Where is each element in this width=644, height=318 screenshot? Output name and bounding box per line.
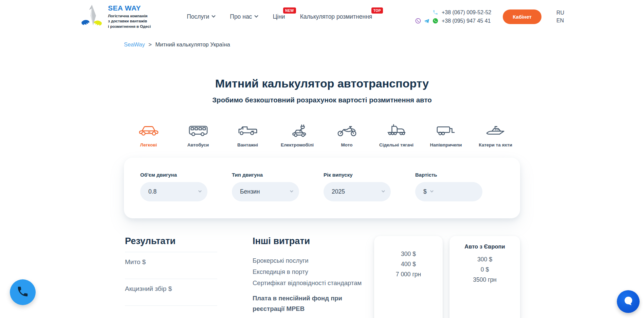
breadcrumb: SeaWay > Митний калькулятор Україна (124, 41, 644, 48)
price-value: 300 $ (449, 254, 520, 264)
chat-bubble-icon (622, 295, 634, 309)
brand-tagline: Логістична компанія з доставки вантажів … (108, 14, 151, 29)
year-label: Рік випуску (324, 172, 391, 178)
header: SEA WAY Логістична компанія з доставки в… (0, 0, 644, 31)
tab-semi-trailers[interactable]: Напівпричепи (421, 124, 471, 147)
result-row-duty: Мито $ (125, 252, 217, 279)
other-costs-price-card: 300 $ 400 $ 7 000 грн (374, 236, 443, 318)
language-switcher: RU EN (556, 10, 564, 24)
top-badge: TOP (371, 7, 383, 14)
bus-icon (188, 124, 209, 137)
pension-fund-item: Плата в пенсійний фонд при реєстрації МР… (253, 293, 370, 314)
truck-icon (237, 124, 258, 137)
price-value: 300 $ (374, 249, 443, 259)
phone-icon (433, 9, 438, 15)
cabinet-button[interactable]: Кабінет (503, 9, 541, 24)
europe-card-title: Авто з Європи (449, 243, 520, 250)
tab-cars[interactable]: Легкові (124, 124, 173, 147)
phone-number-2[interactable]: +38 (095) 947 45 41 (442, 18, 491, 24)
electric-car-icon (287, 124, 308, 137)
tab-trucks[interactable]: Вантажні (223, 124, 273, 147)
new-badge: NEW (283, 7, 296, 14)
nav-item-services[interactable]: Послуги (187, 13, 215, 20)
chevron-down-icon (430, 189, 434, 193)
engine-volume-label: Об'єм двигуна (140, 172, 207, 178)
phone-number-1[interactable]: +38 (067) 009-52-52 (442, 9, 491, 16)
other-cost-item: Брокерські послуги (253, 255, 370, 266)
europe-car-price-card: Авто з Європи 300 $ 0 $ 3500 грн (449, 236, 520, 318)
phone-icon (16, 285, 29, 299)
contacts: +38 (067) 009-52-52 (408, 9, 491, 24)
results-section: Результати Мито $ Акцизний збір $ (125, 236, 217, 306)
chevron-down-icon (212, 14, 216, 18)
breadcrumb-home-link[interactable]: SeaWay (124, 41, 145, 47)
engine-type-label: Тип двигуна (232, 172, 299, 178)
engine-type-select[interactable]: Бензин (232, 182, 299, 201)
nav-item-customs-calculator[interactable]: Калькулятор розмитнення TOP (300, 13, 372, 20)
logo[interactable]: SEA WAY Логістична компанія з доставки в… (79, 3, 151, 30)
other-cost-item: Експедиція в порту (253, 266, 370, 277)
motorcycle-icon (336, 124, 357, 137)
bottom-section: Результати Мито $ Акцизний збір $ Інші в… (0, 236, 644, 318)
price-value: 0 $ (449, 264, 520, 275)
cost-field: Вартість $ (415, 172, 482, 201)
engine-volume-select[interactable]: 0.8 (140, 182, 207, 201)
seaway-logo-icon (79, 3, 105, 30)
other-cost-item: Сертифікат відповідності стандартам (253, 277, 370, 289)
year-field: Рік випуску 2025 (324, 172, 391, 201)
car-icon (138, 124, 159, 137)
tab-electric-cars[interactable]: Електромобілі (273, 124, 322, 147)
chevron-down-icon (290, 189, 293, 193)
tab-semi-trucks[interactable]: Сідельні тягачі (372, 124, 421, 147)
engine-volume-field: Об'єм двигуна 0.8 (140, 172, 207, 201)
calculator-form-card: Об'єм двигуна 0.8 Тип двигуна Бензин Рік… (124, 158, 520, 218)
whatsapp-icon[interactable] (433, 18, 438, 24)
cost-label: Вартість (415, 172, 482, 178)
price-value: 7 000 грн (374, 269, 443, 279)
tab-buses[interactable]: Автобуси (173, 124, 223, 147)
semi-truck-icon (386, 124, 407, 137)
result-row-excise: Акцизний збір $ (125, 279, 217, 306)
lang-ru[interactable]: RU (556, 10, 564, 16)
nav-item-about[interactable]: Про нас (230, 13, 258, 20)
vehicle-type-tabs: Легкові Автобуси Вантажні (0, 124, 644, 147)
price-value: 400 $ (374, 259, 443, 269)
brand-name: SEA WAY (108, 4, 151, 12)
hero: Митний калькулятор автотранспорту Зробим… (0, 77, 644, 104)
chevron-down-icon (382, 189, 385, 193)
price-value: 3500 грн (449, 275, 520, 285)
viber-icon[interactable] (415, 18, 421, 24)
nav-item-prices[interactable]: Ціни NEW (273, 13, 285, 20)
trailer-icon (436, 124, 457, 137)
other-costs-section: Інші витрати Брокерські послуги Експедиц… (253, 236, 370, 314)
breadcrumb-separator: > (148, 41, 152, 47)
call-fab-button[interactable] (10, 279, 36, 305)
telegram-icon[interactable] (424, 18, 430, 24)
page-subtitle: Зробимо безкоштовний розрахунок вартості… (0, 96, 644, 104)
engine-type-field: Тип двигуна Бензин (232, 172, 299, 201)
tab-boats-yachts[interactable]: Катери та яхти (471, 124, 520, 147)
main-nav: Послуги Про нас Ціни NEW Калькулятор роз… (187, 13, 372, 20)
chat-fab-button[interactable] (617, 290, 640, 313)
yacht-icon (485, 124, 506, 137)
lang-en[interactable]: EN (556, 18, 564, 24)
chevron-down-icon (255, 14, 258, 18)
tab-moto[interactable]: Мото (322, 124, 372, 147)
other-costs-title: Інші витрати (253, 236, 370, 246)
chevron-down-icon (198, 189, 202, 193)
cost-currency-select[interactable]: $ (415, 182, 482, 201)
breadcrumb-current: Митний калькулятор Україна (155, 41, 230, 47)
year-select[interactable]: 2025 (324, 182, 391, 201)
results-title: Результати (125, 236, 217, 246)
page-title: Митний калькулятор автотранспорту (0, 77, 644, 90)
